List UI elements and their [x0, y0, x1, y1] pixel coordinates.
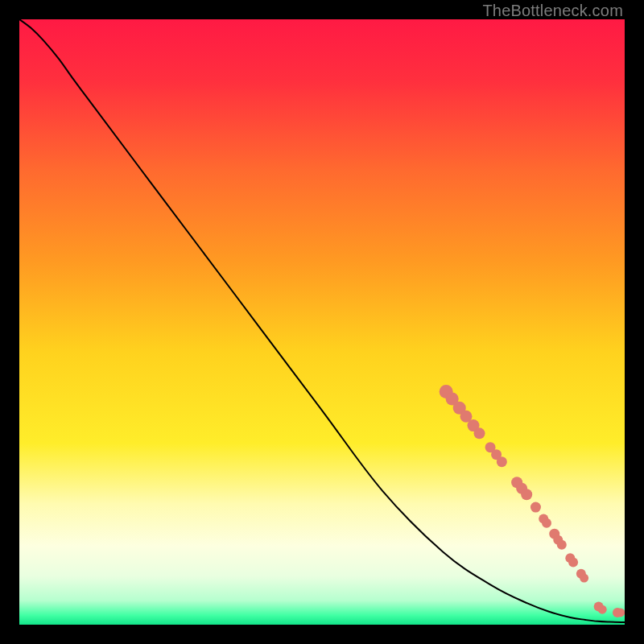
data-marker — [580, 574, 588, 583]
data-marker — [530, 502, 541, 513]
bottleneck-chart — [19, 19, 625, 625]
data-marker — [616, 608, 625, 617]
data-marker — [568, 558, 578, 568]
data-marker — [497, 456, 507, 467]
chart-frame — [19, 19, 625, 625]
data-marker — [557, 540, 567, 550]
data-marker — [542, 518, 551, 528]
data-marker — [521, 489, 532, 500]
gradient-background — [19, 19, 625, 625]
data-marker — [474, 427, 485, 439]
watermark-text: TheBottleneck.com — [482, 2, 623, 20]
data-marker — [598, 605, 607, 614]
